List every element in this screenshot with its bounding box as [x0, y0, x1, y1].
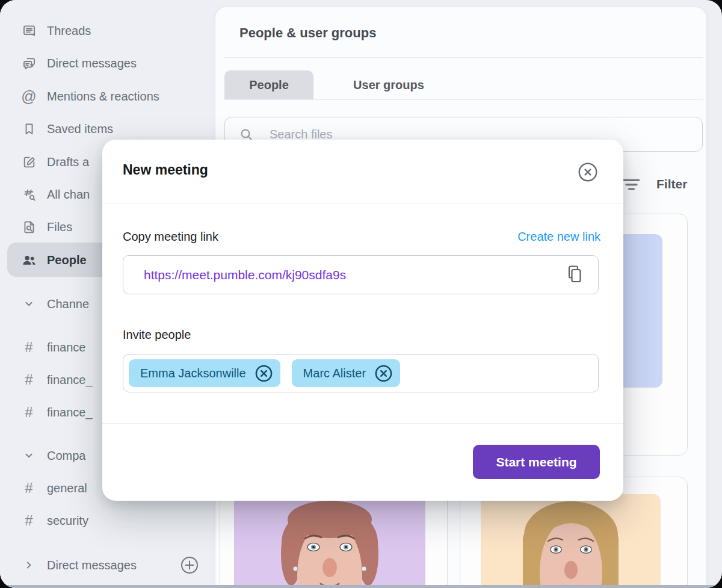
- invitee-name: Emma Jacksonwille: [140, 367, 246, 380]
- sidebar-section-direct-messages[interactable]: Direct messages: [0, 553, 214, 577]
- files-icon: [20, 218, 37, 235]
- sidebar-item-label: Saved items: [47, 122, 113, 136]
- sidebar-item-mentions[interactable]: @ Mentions & reactions: [0, 84, 214, 108]
- sidebar-item-label: Mentions & reactions: [47, 90, 159, 104]
- sidebar-item-label: All chan: [47, 188, 90, 202]
- sidebar-item-label: finance: [47, 341, 86, 354]
- divider: [102, 203, 623, 203]
- invite-people-label: Invite people: [123, 328, 191, 342]
- plus-circle-icon: [180, 556, 199, 575]
- invitee-chip[interactable]: Emma Jacksonwille: [129, 359, 280, 387]
- hash-icon: #: [20, 480, 37, 497]
- page-title: People & user groups: [239, 25, 376, 41]
- sidebar-section-label: Channe: [47, 297, 89, 311]
- person-avatar: [234, 494, 425, 588]
- browse-channels-icon: [20, 186, 37, 203]
- sidebar-channel-security[interactable]: # security: [0, 509, 214, 533]
- new-meeting-modal: New meeting Copy meeting link Create new…: [102, 140, 623, 501]
- remove-invitee-icon[interactable]: [374, 364, 393, 383]
- invitee-name: Marc Alister: [303, 367, 366, 380]
- invite-people-input[interactable]: Emma Jacksonwille Marc Alister: [123, 354, 599, 392]
- people-icon: [20, 252, 37, 268]
- tab-people[interactable]: People: [224, 70, 313, 100]
- sidebar-item-label: Threads: [47, 24, 91, 38]
- window-bottom-edge: [0, 585, 722, 588]
- chevron-down-icon: [20, 296, 37, 312]
- sidebar-item-label: security: [47, 514, 88, 528]
- person-avatar: [481, 494, 661, 588]
- bookmark-icon: [20, 120, 37, 137]
- close-icon: [576, 160, 600, 184]
- close-button[interactable]: [576, 160, 600, 184]
- sidebar-item-label: finance_: [47, 373, 93, 387]
- hash-icon: #: [20, 371, 37, 388]
- hash-icon: #: [20, 339, 37, 356]
- sidebar-item-direct-messages[interactable]: Direct messages: [0, 51, 214, 75]
- sidebar-item-label: general: [47, 481, 87, 495]
- hash-icon: #: [20, 404, 37, 421]
- copy-link-label: Copy meeting link: [123, 230, 218, 244]
- add-direct-message-button[interactable]: [180, 556, 199, 575]
- sidebar-item-label: Drafts a: [47, 155, 89, 169]
- start-meeting-button[interactable]: Start meeting: [473, 445, 600, 479]
- app-window: Threads Direct messages @ Mentions & rea…: [0, 0, 722, 588]
- sidebar-item-label: Direct messages: [47, 57, 137, 70]
- divider: [102, 423, 623, 424]
- sidebar-item-saved-items[interactable]: Saved items: [0, 117, 214, 141]
- copy-button[interactable]: [564, 264, 582, 285]
- meeting-link-url[interactable]: https://meet.pumble.com/kj90sdfa9s: [144, 268, 346, 282]
- drafts-icon: [20, 153, 37, 170]
- hash-icon: #: [20, 512, 37, 529]
- filter-button[interactable]: Filter: [656, 177, 687, 191]
- direct-messages-icon: [20, 55, 37, 72]
- divider: [224, 99, 703, 100]
- sidebar-item-label: People: [47, 253, 87, 267]
- copy-icon: [564, 264, 582, 283]
- sidebar-item-label: Files: [47, 220, 72, 234]
- create-new-link[interactable]: Create new link: [517, 230, 600, 244]
- chevron-right-icon: [20, 557, 37, 574]
- sidebar-section-label: Compa: [47, 449, 85, 463]
- chevron-down-icon: [20, 447, 37, 464]
- sidebar-item-label: finance_: [47, 406, 93, 419]
- filter-icon[interactable]: [622, 178, 641, 194]
- meeting-link-field[interactable]: https://meet.pumble.com/kj90sdfa9s: [123, 255, 599, 294]
- sidebar-section-label: Direct messages: [47, 559, 137, 572]
- mention-icon: @: [20, 88, 37, 105]
- remove-invitee-icon[interactable]: [255, 364, 273, 383]
- threads-icon: [20, 22, 37, 39]
- modal-title: New meeting: [123, 162, 208, 178]
- divider: [224, 57, 703, 58]
- sidebar-item-threads[interactable]: Threads: [0, 19, 214, 43]
- tab-user-groups[interactable]: User groups: [313, 70, 464, 100]
- invitee-chip[interactable]: Marc Alister: [292, 359, 400, 387]
